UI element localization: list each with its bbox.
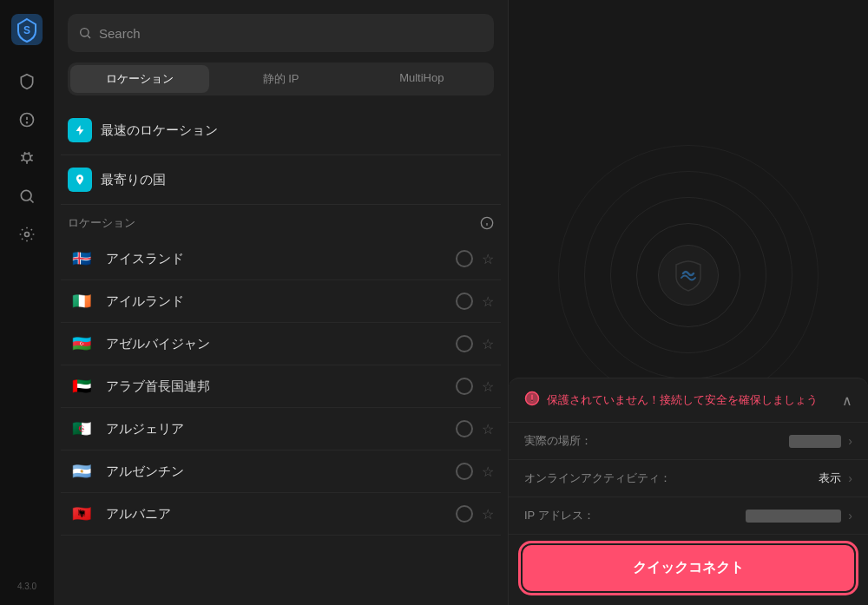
radio-albania[interactable] [456, 505, 473, 523]
search-input[interactable] [99, 26, 483, 41]
actual-location-row[interactable]: 実際の場所： ●●● › [509, 423, 868, 460]
fastest-location-item[interactable]: 最速のロケーション [61, 106, 501, 155]
country-name-algeria: アルジェリア [106, 421, 445, 437]
country-actions-azerbaijan: ☆ [456, 335, 494, 352]
app-logo[interactable]: S [11, 14, 43, 45]
sidebar-item-alert[interactable] [11, 104, 43, 135]
tab-bar: ロケーション 静的 IP MultiHop [68, 62, 494, 95]
svg-point-5 [23, 154, 30, 161]
radio-azerbaijan[interactable] [456, 335, 473, 352]
fastest-label: 最速のロケーション [101, 122, 494, 139]
svg-point-15 [531, 401, 533, 403]
country-item-ireland[interactable]: 🇮🇪 アイルランド ☆ [61, 280, 501, 323]
search-bar-icon [78, 26, 92, 40]
radio-ireland[interactable] [456, 293, 473, 310]
svg-line-7 [30, 200, 34, 203]
sidebar-item-bug[interactable] [11, 142, 43, 174]
country-item-algeria[interactable]: 🇩🇿 アルジェリア ☆ [61, 408, 501, 450]
warning-text: 保護されていません！接続して安全を確保しましょう [547, 392, 818, 408]
star-azerbaijan[interactable]: ☆ [482, 336, 494, 352]
flag-argentina: 🇦🇷 [68, 461, 95, 482]
online-activity-row[interactable]: オンラインアクティビティ： 表示 › [509, 460, 868, 497]
info-header-left: 保護されていません！接続して安全を確保しましょう [524, 391, 818, 410]
info-panel-header[interactable]: 保護されていません！接続して安全を確保しましょう ∧ [509, 378, 868, 423]
svg-text:S: S [23, 24, 30, 36]
flag-algeria: 🇩🇿 [68, 418, 95, 439]
flag-ireland: 🇮🇪 [68, 291, 95, 312]
online-activity-value: 表示 [819, 470, 841, 486]
country-name-argentina: アルゼンチン [106, 464, 445, 480]
sidebar: S 4.3.0 [0, 0, 54, 605]
ip-address-chevron: › [848, 509, 852, 523]
ip-address-value: ●●●●●●●●●●● [746, 510, 841, 523]
country-name-azerbaijan: アゼルバイジャン [106, 336, 445, 352]
flag-azerbaijan: 🇦🇿 [68, 333, 95, 354]
country-item-iceland[interactable]: 🇮🇸 アイスランド ☆ [61, 238, 501, 280]
country-name-albania: アルバニア [106, 506, 445, 523]
section-header: ロケーション [61, 205, 501, 238]
nearest-country-item[interactable]: 最寄りの国 [61, 155, 501, 205]
star-uae[interactable]: ☆ [482, 378, 494, 395]
tab-static-ip[interactable]: 静的 IP [211, 65, 350, 93]
brand-background [549, 136, 827, 414]
search-bar[interactable] [68, 14, 494, 52]
svg-point-9 [81, 29, 89, 36]
radio-uae[interactable] [456, 378, 473, 395]
rings-decoration [549, 136, 827, 414]
country-actions-ireland: ☆ [456, 293, 494, 310]
radio-iceland[interactable] [456, 250, 473, 267]
ip-address-row[interactable]: IP アドレス： ●●●●●●●●●●● › [509, 497, 868, 535]
nearest-icon [68, 168, 92, 192]
info-icon[interactable] [480, 216, 494, 230]
svg-line-10 [88, 36, 90, 38]
actual-location-chevron: › [848, 434, 852, 448]
radio-argentina[interactable] [456, 463, 473, 480]
actual-location-label: 実際の場所： [524, 433, 789, 449]
flag-iceland: 🇮🇸 [68, 248, 95, 269]
info-panel: 保護されていません！接続して安全を確保しましょう ∧ 実際の場所： ●●● › … [509, 378, 868, 605]
country-name-uae: アラブ首長国連邦 [106, 378, 445, 395]
country-item-argentina[interactable]: 🇦🇷 アルゼンチン ☆ [61, 450, 501, 493]
version-label: 4.3.0 [17, 582, 36, 591]
online-activity-chevron: › [848, 471, 852, 485]
country-actions-albania: ☆ [456, 505, 494, 523]
svg-point-6 [21, 190, 31, 201]
fastest-icon [68, 118, 92, 142]
star-algeria[interactable]: ☆ [482, 421, 494, 437]
country-actions-argentina: ☆ [456, 463, 494, 480]
sidebar-item-shield[interactable] [11, 66, 43, 97]
tab-multihop[interactable]: MultiHop [352, 65, 491, 93]
country-item-uae[interactable]: 🇦🇪 アラブ首長国連邦 ☆ [61, 365, 501, 408]
sidebar-item-search[interactable] [11, 181, 43, 212]
section-label: ロケーション [68, 215, 135, 231]
flag-albania: 🇦🇱 [68, 503, 95, 524]
quick-connect-button[interactable]: クイックコネクト [523, 545, 854, 591]
star-argentina[interactable]: ☆ [482, 464, 494, 480]
star-ireland[interactable]: ☆ [482, 293, 494, 310]
country-actions-uae: ☆ [456, 378, 494, 395]
country-item-albania[interactable]: 🇦🇱 アルバニア ☆ [61, 493, 501, 536]
ip-address-label: IP アドレス： [524, 508, 746, 523]
country-actions-algeria: ☆ [456, 420, 494, 437]
tab-location[interactable]: ロケーション [70, 65, 209, 93]
chevron-up-icon[interactable]: ∧ [842, 392, 852, 409]
country-item-azerbaijan[interactable]: 🇦🇿 アゼルバイジャン ☆ [61, 323, 501, 365]
right-panel: 保護されていません！接続して安全を確保しましょう ∧ 実際の場所： ●●● › … [509, 0, 868, 605]
left-panel: ロケーション 静的 IP MultiHop 最速のロケーション 最寄りの国 ロケ… [54, 0, 509, 605]
brand-mark [662, 249, 714, 301]
star-albania[interactable]: ☆ [482, 506, 494, 523]
radio-algeria[interactable] [456, 420, 473, 437]
country-name-ireland: アイルランド [106, 293, 445, 310]
svg-point-4 [27, 122, 28, 123]
country-actions-iceland: ☆ [456, 250, 494, 267]
nearest-label: 最寄りの国 [101, 172, 494, 188]
star-iceland[interactable]: ☆ [482, 251, 494, 267]
location-list: 最速のロケーション 最寄りの国 ロケーション 🇮🇸 アイスランド [54, 106, 508, 605]
flag-uae: 🇦🇪 [68, 376, 95, 397]
online-activity-label: オンラインアクティビティ： [524, 470, 819, 486]
sidebar-item-settings[interactable] [11, 219, 43, 250]
svg-point-8 [25, 233, 30, 237]
actual-location-value: ●●● [789, 435, 841, 448]
warning-icon [524, 391, 540, 410]
country-name-iceland: アイスランド [106, 251, 445, 267]
